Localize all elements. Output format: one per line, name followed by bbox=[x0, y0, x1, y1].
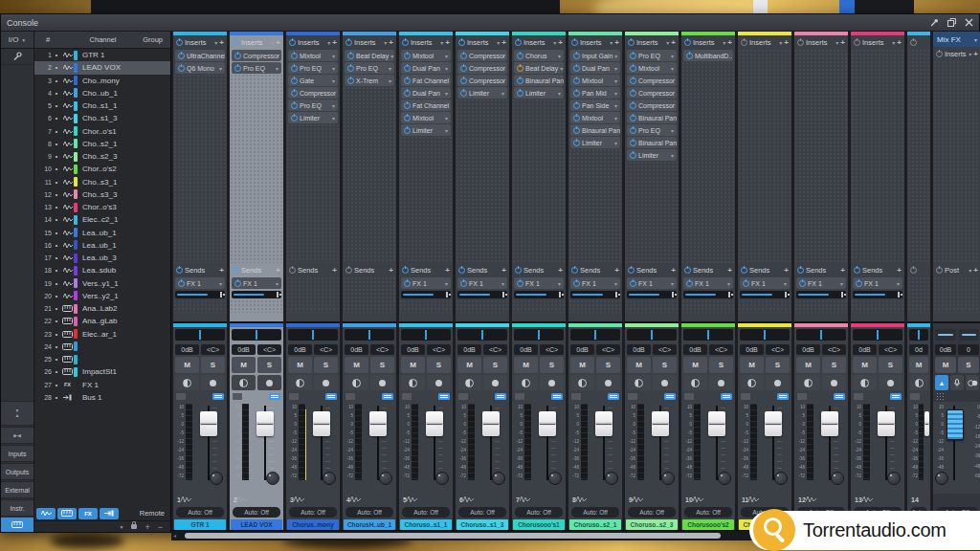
power-icon[interactable] bbox=[628, 39, 635, 46]
power-icon[interactable] bbox=[291, 115, 298, 121]
power-icon[interactable] bbox=[458, 267, 465, 274]
power-icon[interactable] bbox=[630, 115, 636, 121]
chevron-down-icon[interactable]: ▾ bbox=[558, 53, 561, 59]
fader-handle[interactable] bbox=[256, 411, 274, 436]
power-icon[interactable] bbox=[404, 77, 411, 84]
chevron-down-icon[interactable]: ▾ bbox=[219, 280, 222, 287]
add-inserts-button[interactable]: + bbox=[614, 38, 619, 47]
mute-button[interactable]: M bbox=[909, 357, 928, 373]
chevron-down-icon[interactable]: ▾ bbox=[671, 152, 674, 159]
insert-slot[interactable]: Pro EQ▾ bbox=[288, 99, 338, 111]
power-icon[interactable] bbox=[741, 267, 747, 274]
chevron-down-icon[interactable]: ▾ bbox=[276, 280, 278, 287]
master-mini-slider[interactable] bbox=[935, 329, 956, 341]
chevron-down-icon[interactable]: ▾ bbox=[558, 280, 561, 287]
chevron-down-icon[interactable]: ▾ bbox=[389, 77, 391, 84]
fader-handle[interactable] bbox=[369, 411, 387, 436]
master-fader-handle[interactable] bbox=[947, 409, 964, 440]
fader-handle[interactable] bbox=[313, 411, 330, 436]
power-icon[interactable] bbox=[517, 77, 523, 84]
insert-slot[interactable]: Mixtool▾ bbox=[401, 112, 451, 123]
power-icon[interactable] bbox=[460, 65, 467, 72]
pan-knob[interactable] bbox=[266, 472, 279, 485]
chevron-down-icon[interactable]: ▾ bbox=[332, 53, 335, 59]
automation-mode-button[interactable]: Auto: Off bbox=[684, 507, 732, 518]
chevron-down-icon[interactable]: ▾ bbox=[389, 65, 391, 72]
pan-knob[interactable] bbox=[887, 472, 901, 485]
scroll-left-arrow[interactable]: ◂ bbox=[173, 532, 176, 539]
pan-value[interactable]: <C> bbox=[653, 344, 677, 355]
mute-button[interactable]: M bbox=[853, 357, 877, 373]
link-icon[interactable] bbox=[325, 393, 337, 400]
channel-list-row[interactable]: 22•Ana..gLab bbox=[34, 315, 170, 327]
add-sends-button[interactable]: + bbox=[727, 266, 732, 275]
link-icon[interactable] bbox=[608, 393, 619, 400]
mute-button[interactable]: M bbox=[401, 357, 425, 373]
solo-button[interactable]: S bbox=[201, 357, 225, 373]
add-inserts-button[interactable]: + bbox=[501, 38, 506, 47]
add-sends-button[interactable]: + bbox=[558, 266, 563, 275]
power-icon[interactable] bbox=[630, 127, 636, 134]
lock-icon[interactable] bbox=[131, 524, 137, 529]
pan-slider[interactable] bbox=[627, 329, 677, 341]
master-knob[interactable] bbox=[935, 472, 948, 485]
mute-button[interactable]: M bbox=[796, 357, 820, 373]
channel-list-row[interactable]: 12•Cho..s3_3 bbox=[34, 188, 170, 201]
send-level-slider[interactable] bbox=[232, 290, 281, 299]
power-icon[interactable] bbox=[517, 90, 523, 97]
add-inserts-button[interactable]: + bbox=[558, 38, 563, 47]
power-icon[interactable] bbox=[404, 90, 411, 97]
chevron-down-icon[interactable]: ▾ bbox=[727, 280, 730, 287]
insert-slot[interactable]: Limiter▾ bbox=[514, 87, 564, 99]
chevron-down-icon[interactable]: ▾ bbox=[332, 102, 335, 109]
power-icon[interactable] bbox=[936, 51, 943, 57]
insert-slot[interactable]: Limiter▾ bbox=[288, 112, 338, 123]
power-icon[interactable] bbox=[347, 77, 354, 84]
sidebar-item-instr[interactable]: Instr. bbox=[1, 499, 33, 517]
pan-value[interactable]: <C> bbox=[257, 344, 281, 355]
add-sends-button[interactable]: + bbox=[840, 266, 845, 275]
power-icon[interactable] bbox=[460, 77, 467, 84]
power-icon[interactable] bbox=[460, 90, 467, 97]
insert-slot[interactable]: Pan Side▾ bbox=[570, 99, 620, 111]
send-level-slider[interactable] bbox=[401, 290, 451, 299]
chevron-down-icon[interactable]: ▾ bbox=[784, 280, 787, 287]
volume-value[interactable]: 0d bbox=[909, 344, 928, 355]
add-inserts-button[interactable]: + bbox=[389, 38, 393, 47]
send-level-slider[interactable] bbox=[740, 290, 790, 299]
send-level-slider[interactable] bbox=[457, 290, 507, 299]
add-sends-button[interactable]: + bbox=[276, 266, 280, 275]
power-icon[interactable] bbox=[517, 53, 523, 59]
chevron-down-icon[interactable]: ▾ bbox=[614, 77, 617, 84]
insert-slot[interactable]: Mixtool▾ bbox=[401, 50, 451, 61]
add-inserts-button[interactable]: + bbox=[973, 50, 978, 58]
send-level-slider[interactable] bbox=[796, 290, 846, 299]
add-sends-button[interactable]: + bbox=[671, 266, 676, 275]
insert-slot[interactable]: Gate▾ bbox=[288, 75, 338, 86]
power-icon[interactable] bbox=[573, 65, 580, 72]
power-icon[interactable] bbox=[176, 39, 183, 46]
record-arm-button[interactable] bbox=[766, 375, 790, 390]
power-icon[interactable] bbox=[854, 267, 860, 274]
automation-mode-button[interactable]: Auto: Off bbox=[233, 507, 280, 518]
link-icon[interactable] bbox=[438, 393, 450, 400]
mute-button[interactable]: M bbox=[683, 357, 707, 373]
pan-slider[interactable] bbox=[853, 329, 902, 341]
insert-slot[interactable]: Fat Channel▾ bbox=[401, 99, 451, 111]
fader-handle[interactable] bbox=[878, 411, 895, 436]
power-icon[interactable] bbox=[460, 280, 467, 287]
insert-slot[interactable]: UltraChannel▾ bbox=[175, 50, 225, 61]
chevron-down-icon[interactable]: ▾ bbox=[974, 36, 977, 43]
chevron-down-icon[interactable]: ▾ bbox=[779, 39, 782, 46]
power-icon[interactable] bbox=[630, 152, 636, 159]
send-level-slider[interactable] bbox=[514, 290, 564, 299]
mute-button[interactable]: M bbox=[514, 357, 538, 373]
power-icon[interactable] bbox=[936, 267, 943, 274]
automation-mode-button[interactable]: Auto: Off bbox=[345, 507, 393, 518]
insert-slot[interactable]: Fat Channel▾ bbox=[401, 75, 451, 86]
mute-button[interactable]: M bbox=[570, 357, 594, 373]
insert-slot[interactable]: Limiter▾ bbox=[570, 137, 620, 148]
channel-list-row[interactable]: 11•Cho..s3_1 bbox=[34, 176, 170, 188]
mono-button[interactable] bbox=[740, 375, 764, 390]
balance-value[interactable]: 0 bbox=[958, 344, 979, 355]
